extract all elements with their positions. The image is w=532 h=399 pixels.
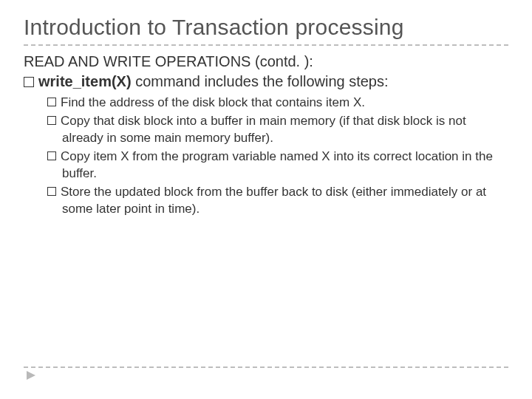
step-text: Store the updated block from the buffer …: [61, 185, 486, 216]
bullet-box-icon: [47, 187, 56, 196]
arrow-right-icon: [27, 371, 508, 380]
svg-marker-0: [27, 371, 35, 380]
bullet-box-icon: [24, 77, 34, 87]
page-title: Introduction to Transaction processing: [24, 15, 508, 40]
section-subhead: READ AND WRITE OPERATIONS (contd. ):: [24, 53, 508, 70]
lead-line: write_item(X) command includes the follo…: [24, 73, 508, 90]
step-text: Find the address of the disk block that …: [61, 95, 365, 109]
bullet-box-icon: [47, 151, 56, 160]
list-item: Store the updated block from the buffer …: [47, 184, 508, 218]
list-item: Find the address of the disk block that …: [47, 95, 508, 112]
lead-bold: write_item(X): [38, 73, 132, 89]
steps-list: Find the address of the disk block that …: [47, 95, 508, 218]
slide: Introduction to Transaction processing R…: [0, 0, 532, 399]
lead-rest: command includes the following steps:: [132, 73, 389, 89]
title-divider: [24, 44, 508, 46]
bullet-box-icon: [47, 116, 56, 125]
list-item: Copy that disk block into a buffer in ma…: [47, 113, 508, 147]
bullet-box-icon: [47, 98, 56, 106]
step-text: Copy that disk block into a buffer in ma…: [61, 114, 466, 145]
step-text: Copy item X from the program variable na…: [61, 149, 493, 180]
footer: [24, 366, 508, 380]
list-item: Copy item X from the program variable na…: [47, 149, 508, 183]
footer-divider: [24, 366, 508, 368]
